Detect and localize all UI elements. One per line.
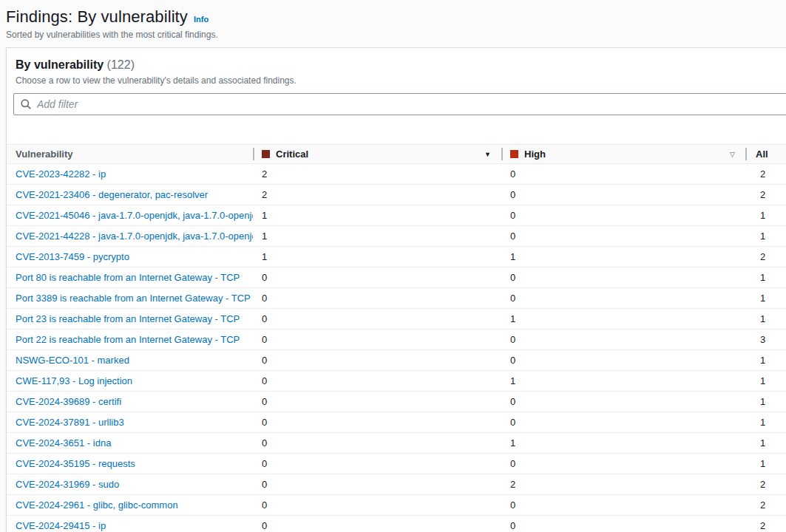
critical-count: 0 — [262, 396, 267, 407]
critical-count: 0 — [262, 417, 267, 428]
vulnerability-link[interactable]: CVE-2021-23406 - degenerator, pac-resolv… — [16, 189, 208, 200]
all-count: 2 — [760, 251, 765, 262]
high-count: 0 — [510, 210, 515, 221]
all-count: 1 — [760, 417, 765, 428]
critical-count: 0 — [262, 293, 267, 304]
table-row[interactable]: CVE-2024-31969 - sudo 0 2 2 — [7, 474, 786, 495]
all-count: 1 — [760, 231, 765, 242]
all-count: 1 — [760, 210, 765, 221]
high-count: 0 — [510, 355, 515, 366]
by-vulnerability-panel: By vulnerability (122) Choose a row to v… — [6, 47, 786, 532]
vulnerability-link[interactable]: Port 22 is reachable from an Internet Ga… — [16, 334, 240, 345]
all-count: 2 — [760, 479, 765, 490]
findings-table-body: CVE-2023-42282 - ip 2 0 2 CVE-2021-23406… — [7, 164, 786, 532]
vulnerability-link[interactable]: NSWG-ECO-101 - marked — [16, 355, 129, 366]
vulnerability-link[interactable]: CVE-2024-2961 - glibc, glibc-common — [16, 499, 178, 511]
column-header-high: High ▽ — [501, 145, 745, 164]
vulnerability-link[interactable]: Port 3389 is reachable from an Internet … — [16, 293, 251, 304]
high-count: 0 — [510, 189, 515, 200]
critical-count: 0 — [262, 499, 267, 511]
column-divider — [501, 148, 503, 160]
table-row[interactable]: NSWG-ECO-101 - marked 0 0 1 — [7, 350, 786, 371]
info-link[interactable]: Info — [194, 15, 209, 24]
table-row[interactable]: CVE-2013-7459 - pycrypto 1 1 2 — [7, 247, 786, 267]
table-row[interactable]: CVE-2024-2961 - glibc, glibc-common 0 0 … — [7, 495, 786, 516]
table-row[interactable]: Port 3389 is reachable from an Internet … — [7, 288, 786, 309]
critical-count: 0 — [262, 458, 267, 469]
critical-severity-icon — [262, 150, 270, 158]
vulnerability-link[interactable]: CVE-2024-31969 - sudo — [16, 479, 119, 490]
critical-count: 1 — [262, 251, 267, 262]
page-title: Findings: By vulnerability — [6, 7, 188, 27]
vulnerability-link[interactable]: CVE-2021-44228 - java-1.7.0-openjdk, jav… — [16, 231, 253, 242]
sort-inactive-icon[interactable]: ▽ — [730, 151, 736, 158]
high-count: 0 — [510, 458, 515, 469]
table-row[interactable]: CVE-2024-35195 - requests 0 0 1 — [7, 454, 786, 474]
sort-descending-icon[interactable]: ▼ — [484, 151, 492, 158]
page-subtitle: Sorted by vulnerabilities with the most … — [6, 30, 786, 40]
high-count: 1 — [510, 251, 515, 262]
table-row[interactable]: CVE-2024-3651 - idna 0 1 1 — [7, 433, 786, 454]
all-count: 1 — [760, 355, 765, 366]
table-row[interactable]: CVE-2021-44228 - java-1.7.0-openjdk, jav… — [7, 226, 786, 247]
high-count: 0 — [510, 417, 515, 428]
all-count: 1 — [760, 437, 765, 449]
high-count: 1 — [510, 375, 515, 386]
high-count: 0 — [510, 396, 515, 407]
high-count: 1 — [510, 437, 515, 449]
table-row[interactable]: CVE-2021-23406 - degenerator, pac-resolv… — [7, 185, 786, 205]
table-row[interactable]: Port 23 is reachable from an Internet Ga… — [7, 309, 786, 330]
high-count: 0 — [510, 334, 515, 345]
vulnerability-link[interactable]: CVE-2024-39689 - certifi — [16, 396, 121, 407]
vulnerability-link[interactable]: CVE-2023-42282 - ip — [16, 168, 106, 180]
all-count: 2 — [760, 520, 765, 531]
all-count: 3 — [760, 334, 765, 345]
table-row[interactable]: CVE-2023-42282 - ip 2 0 2 — [7, 164, 786, 185]
all-count: 1 — [760, 396, 765, 407]
high-count: 0 — [510, 272, 515, 283]
search-icon — [20, 98, 32, 110]
vulnerability-link[interactable]: CVE-2024-37891 - urllib3 — [16, 417, 124, 428]
filter-input-container[interactable] — [13, 93, 786, 115]
all-count: 1 — [760, 272, 765, 283]
critical-count: 0 — [262, 355, 267, 366]
findings-table: Vulnerability Critical ▼ High ▽ — [7, 144, 786, 532]
column-header-all: All — [745, 145, 786, 164]
critical-count: 1 — [262, 231, 267, 242]
vulnerability-link[interactable]: CVE-2024-35195 - requests — [16, 458, 135, 469]
table-row[interactable]: Port 22 is reachable from an Internet Ga… — [7, 330, 786, 350]
critical-count: 0 — [262, 313, 267, 324]
all-count: 1 — [760, 293, 765, 304]
page-header: Findings: By vulnerability Info Sorted b… — [0, 0, 786, 40]
vulnerability-link[interactable]: CVE-2013-7459 - pycrypto — [16, 251, 129, 262]
vulnerability-link[interactable]: CVE-2024-29415 - ip — [16, 520, 106, 531]
high-count: 1 — [510, 313, 515, 324]
table-row[interactable]: Port 80 is reachable from an Internet Ga… — [7, 267, 786, 288]
column-header-critical: Critical ▼ — [253, 145, 501, 164]
vulnerability-link[interactable]: Port 23 is reachable from an Internet Ga… — [16, 313, 240, 324]
all-count: 1 — [760, 313, 765, 324]
vulnerability-link[interactable]: CWE-117,93 - Log injection — [16, 375, 132, 386]
table-row[interactable]: CVE-2024-37891 - urllib3 0 0 1 — [7, 412, 786, 433]
all-count: 1 — [760, 458, 765, 469]
critical-count: 0 — [262, 437, 267, 449]
table-row[interactable]: CVE-2024-29415 - ip 0 0 2 — [7, 516, 786, 532]
all-count: 1 — [760, 375, 765, 386]
table-row[interactable]: CVE-2021-45046 - java-1.7.0-openjdk, jav… — [7, 205, 786, 226]
high-count: 0 — [510, 520, 515, 531]
critical-count: 2 — [262, 168, 267, 180]
vulnerability-link[interactable]: CVE-2021-45046 - java-1.7.0-openjdk, jav… — [16, 210, 253, 221]
all-count: 2 — [760, 189, 765, 200]
vulnerability-link[interactable]: Port 80 is reachable from an Internet Ga… — [16, 272, 240, 283]
panel-count: (122) — [107, 58, 135, 71]
panel-title: By vulnerability — [16, 58, 104, 71]
high-count: 0 — [510, 293, 515, 304]
table-row[interactable]: CVE-2024-39689 - certifi 0 0 1 — [7, 392, 786, 412]
critical-count: 1 — [262, 210, 267, 221]
table-row[interactable]: CWE-117,93 - Log injection 0 1 1 — [7, 371, 786, 392]
vulnerability-link[interactable]: CVE-2024-3651 - idna — [16, 437, 111, 449]
table-header-row: Vulnerability Critical ▼ High ▽ — [7, 145, 786, 164]
critical-count: 0 — [262, 520, 267, 531]
panel-description: Choose a row to view the vulnerability's… — [16, 75, 779, 86]
filter-input[interactable] — [37, 98, 786, 110]
